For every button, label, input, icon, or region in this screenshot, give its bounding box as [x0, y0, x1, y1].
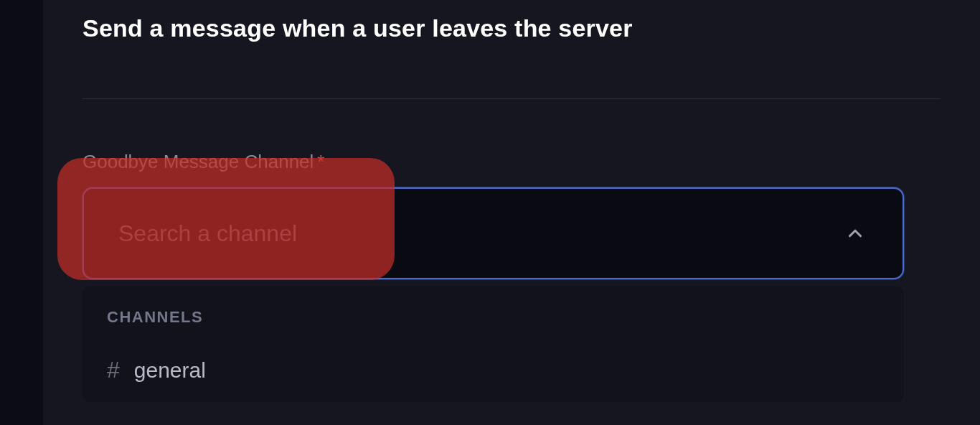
field-label-text: Goodbye Message Channel	[83, 151, 314, 172]
outer-background	[0, 0, 43, 425]
channel-dropdown: CHANNELS # general	[83, 286, 904, 402]
channel-option-general[interactable]: # general	[107, 352, 880, 388]
main-panel: Send a message when a user leaves the se…	[43, 0, 980, 425]
field-label: Goodbye Message Channel*	[83, 151, 941, 173]
channel-search-input[interactable]	[118, 220, 842, 247]
content-area: Send a message when a user leaves the se…	[43, 0, 980, 402]
section-divider	[83, 98, 941, 99]
chevron-up-icon	[842, 220, 868, 246]
hash-icon: #	[107, 357, 120, 383]
channel-option-label: general	[134, 358, 206, 383]
required-asterisk: *	[317, 151, 324, 172]
channel-select-control[interactable]	[83, 187, 904, 279]
section-title: Send a message when a user leaves the se…	[83, 14, 941, 42]
dropdown-group-label: CHANNELS	[107, 308, 880, 327]
channel-select[interactable]: CHANNELS # general	[83, 187, 904, 402]
